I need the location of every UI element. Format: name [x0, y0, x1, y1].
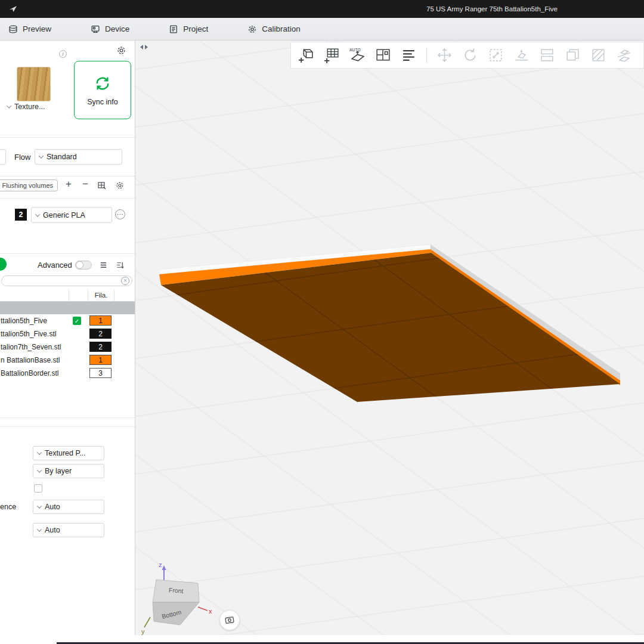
advanced-toggle[interactable] [75, 261, 92, 270]
tab-preview-label: Preview [23, 24, 51, 33]
chevron-down-icon [37, 450, 42, 454]
filament-cell[interactable]: 1 [89, 355, 112, 365]
sequence-label: ence [0, 500, 16, 514]
filament-cell[interactable]: 2 [89, 329, 112, 339]
titlebar: 75 US Army Ranger 75th Battalion5th_Five [0, 0, 644, 18]
table-row[interactable]: talion7th_Seven.stl 2 [0, 340, 135, 354]
divider [0, 253, 135, 254]
filament-card-label: Texture... [14, 103, 45, 111]
flushing-volumes-label: Flushing volumes [2, 182, 53, 189]
plate-type-value: Textured P... [45, 449, 86, 457]
layer-mode-dropdown[interactable]: By layer [33, 464, 104, 478]
table-row[interactable]: BattalionBorder.stl 3 [0, 367, 135, 380]
auto-dropdown[interactable]: Auto [33, 523, 104, 537]
list-icon [99, 261, 108, 270]
filament-cell[interactable]: 2 [89, 342, 112, 352]
object-name: n BattalionBase.stl [1, 354, 60, 367]
divider [0, 176, 135, 177]
table-row[interactable]: ttalion5th_Five ✓ 1 [0, 314, 135, 327]
clear-filter-button[interactable]: × [121, 277, 129, 285]
build-plate-grid [135, 41, 644, 635]
app-icon [8, 4, 18, 14]
scale-icon [488, 47, 504, 63]
sequence-dropdown[interactable]: Auto [33, 500, 104, 514]
sort-button[interactable] [114, 259, 125, 271]
info-icon[interactable]: i [59, 50, 67, 58]
divider [0, 137, 135, 138]
plate-type-dropdown[interactable]: Textured P... [33, 446, 104, 460]
sequence-value: Auto [45, 503, 60, 511]
chevron-down-icon [7, 103, 11, 108]
object-name: ttalion5th_Five.stl [1, 327, 56, 340]
chevron-down-icon [37, 527, 42, 531]
calibration-icon [247, 24, 257, 34]
clone-icon [565, 47, 581, 63]
collapse-left-icon [140, 45, 143, 49]
flush-matrix-button[interactable] [97, 180, 107, 190]
bottom-strip [0, 635, 644, 644]
tab-calibration-label: Calibration [262, 24, 301, 33]
objects-table: Fila. ttalion5th_Five ✓ 1 ttalion5th_Fiv… [0, 289, 135, 380]
table-header: Fila. [0, 289, 135, 302]
flow-value: Standard [47, 153, 77, 161]
cut-icon [616, 47, 632, 63]
table-row[interactable]: n BattalionBase.stl 1 [0, 354, 135, 367]
tab-preview[interactable]: Preview [2, 18, 57, 41]
add-object-button[interactable] [298, 47, 314, 63]
object-name: BattalionBorder.stl [1, 367, 58, 380]
lay-flat-button[interactable] [513, 47, 530, 63]
checkbox-checked-icon[interactable]: ✓ [73, 317, 81, 325]
fill-bed-button[interactable] [401, 47, 417, 63]
filter-input[interactable] [1, 275, 132, 286]
list-view-button[interactable] [98, 259, 109, 271]
filament-texture-thumbnail[interactable] [17, 67, 51, 101]
orientation-cube[interactable]: z Front Bottom x y [140, 559, 218, 635]
option-checkbox[interactable] [34, 484, 42, 493]
cut-button[interactable] [616, 47, 632, 63]
move-button[interactable] [436, 47, 453, 63]
object-name: talion7th_Seven.stl [1, 340, 61, 354]
filament-material-dropdown[interactable]: Generic PLA [31, 207, 112, 223]
filament-cell[interactable]: 1 [89, 315, 112, 326]
filament-cell[interactable]: 3 [89, 368, 112, 378]
flush-settings-button[interactable] [114, 180, 125, 190]
panel-collapse-handle[interactable] [139, 44, 149, 51]
column-divider [69, 289, 69, 301]
filament-settings-button[interactable] [115, 44, 127, 56]
scale-button[interactable] [488, 47, 504, 63]
add-plate-button[interactable] [324, 47, 340, 63]
sync-info-button[interactable]: Sync info [74, 61, 131, 119]
more-options-button[interactable]: ⋯ [115, 209, 125, 219]
front-face-label: Front [169, 586, 184, 595]
support-icon [590, 47, 606, 63]
selected-row[interactable] [0, 302, 135, 314]
rotate-button[interactable] [462, 47, 478, 63]
tab-calibration[interactable]: Calibration [242, 18, 306, 41]
divider [0, 198, 135, 199]
remove-filament-button[interactable]: − [79, 178, 91, 191]
filament-card-label-row[interactable]: Texture... [7, 103, 45, 111]
split-button[interactable] [539, 47, 555, 63]
plate-view-icon [224, 614, 236, 626]
clone-button[interactable] [565, 47, 581, 63]
table-row[interactable]: ttalion5th_Five.stl 2 [0, 327, 135, 340]
camera-view-button[interactable] [219, 610, 240, 630]
flushing-volumes-button[interactable]: Flushing volumes [0, 179, 58, 191]
tab-project-label: Project [183, 24, 208, 33]
filament-slot-2[interactable]: 2 [15, 209, 27, 221]
sidebar-panel: i Texture... Sync info Flow Standard F [0, 41, 135, 635]
flow-dropdown[interactable]: Standard [35, 149, 122, 165]
auto-orient-button[interactable]: AUTO [349, 47, 366, 63]
tab-project[interactable]: Project [163, 18, 214, 41]
tab-device-label: Device [105, 24, 129, 33]
arrange-button[interactable] [375, 47, 391, 63]
partial-input[interactable] [0, 149, 6, 165]
divider [0, 417, 135, 418]
tab-device[interactable]: Device [85, 18, 135, 41]
filament-column-header: Fila. [88, 289, 114, 301]
object-name: ttalion5th_Five [1, 314, 47, 327]
support-button[interactable] [590, 47, 606, 63]
device-icon [91, 24, 100, 34]
viewport-3d[interactable]: AUTO [135, 41, 644, 635]
add-filament-button[interactable]: + [63, 178, 75, 191]
